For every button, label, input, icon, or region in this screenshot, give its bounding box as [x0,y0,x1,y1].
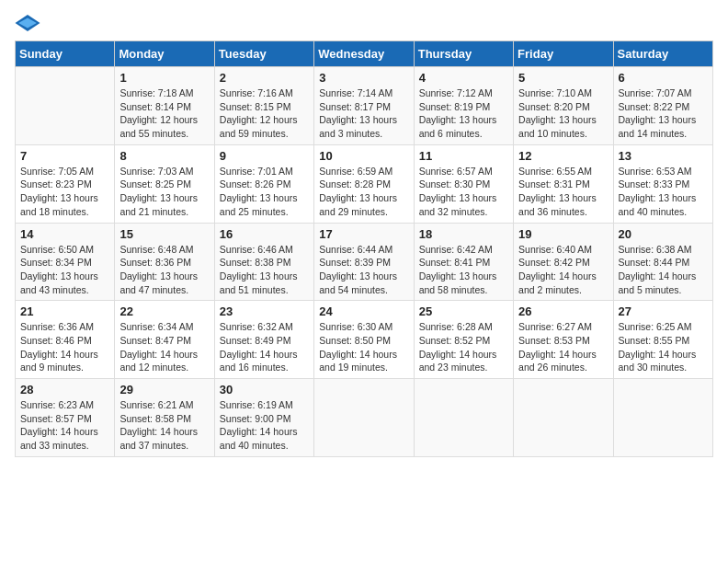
day-number: 29 [119,383,209,396]
header-monday: Monday [115,41,214,67]
calendar-cell: 1Sunrise: 7:18 AMSunset: 8:14 PMDaylight… [115,67,214,145]
day-number: 24 [319,304,408,318]
header-saturday: Saturday [613,41,712,67]
day-detail: Sunrise: 6:53 AMSunset: 8:33 PMDaylight:… [619,165,708,219]
calendar-header-row: SundayMondayTuesdayWednesdayThursdayFrid… [16,41,713,67]
day-detail: Sunrise: 6:23 AMSunset: 8:57 PMDaylight:… [20,398,109,453]
day-detail: Sunrise: 6:40 AMSunset: 8:42 PMDaylight:… [518,243,608,297]
header-thursday: Thursday [414,41,513,67]
calendar-cell: 27Sunrise: 6:25 AMSunset: 8:55 PMDayligh… [613,301,712,379]
day-detail: Sunrise: 7:14 AMSunset: 8:17 PMDaylight:… [319,86,408,141]
header-friday: Friday [514,41,613,67]
day-detail: Sunrise: 7:03 AMSunset: 8:25 PMDaylight:… [119,165,209,219]
day-detail: Sunrise: 6:27 AMSunset: 8:53 PMDaylight:… [518,320,608,374]
calendar-cell: 30Sunrise: 6:19 AMSunset: 9:00 PMDayligh… [214,379,313,457]
day-number: 27 [619,304,708,318]
day-number: 3 [319,71,408,85]
calendar-week-4: 28Sunrise: 6:23 AMSunset: 8:57 PMDayligh… [16,379,713,457]
calendar-cell [414,379,513,457]
page-header [15,15,713,31]
day-number: 1 [119,71,209,85]
calendar-cell: 20Sunrise: 6:38 AMSunset: 8:44 PMDayligh… [613,223,712,301]
calendar-cell [514,379,613,457]
calendar-cell: 25Sunrise: 6:28 AMSunset: 8:52 PMDayligh… [414,301,513,379]
calendar-cell: 14Sunrise: 6:50 AMSunset: 8:34 PMDayligh… [16,223,115,301]
calendar-cell: 5Sunrise: 7:10 AMSunset: 8:20 PMDaylight… [514,67,613,145]
day-detail: Sunrise: 7:10 AMSunset: 8:20 PMDaylight:… [518,86,608,141]
day-detail: Sunrise: 6:34 AMSunset: 8:47 PMDaylight:… [119,320,209,374]
day-number: 19 [518,227,608,241]
day-number: 16 [220,227,309,241]
calendar-cell [613,379,712,457]
calendar-cell: 21Sunrise: 6:36 AMSunset: 8:46 PMDayligh… [16,301,115,379]
calendar-cell: 10Sunrise: 6:59 AMSunset: 8:28 PMDayligh… [314,144,414,223]
calendar-week-3: 21Sunrise: 6:36 AMSunset: 8:46 PMDayligh… [16,301,713,379]
calendar-cell [16,67,115,145]
calendar-cell: 28Sunrise: 6:23 AMSunset: 8:57 PMDayligh… [16,379,115,457]
day-detail: Sunrise: 6:19 AMSunset: 9:00 PMDaylight:… [220,398,309,453]
calendar-cell: 12Sunrise: 6:55 AMSunset: 8:31 PMDayligh… [514,144,613,223]
calendar-cell [314,379,414,457]
calendar-cell: 9Sunrise: 7:01 AMSunset: 8:26 PMDaylight… [214,144,313,223]
header-sunday: Sunday [16,41,115,67]
day-detail: Sunrise: 7:16 AMSunset: 8:15 PMDaylight:… [220,86,309,141]
calendar-cell: 22Sunrise: 6:34 AMSunset: 8:47 PMDayligh… [115,301,214,379]
calendar-cell: 26Sunrise: 6:27 AMSunset: 8:53 PMDayligh… [514,301,613,379]
day-number: 13 [619,149,708,163]
day-detail: Sunrise: 6:55 AMSunset: 8:31 PMDaylight:… [518,165,608,219]
day-number: 10 [319,149,408,163]
day-number: 26 [518,304,608,318]
day-number: 6 [619,71,708,85]
calendar-week-0: 1Sunrise: 7:18 AMSunset: 8:14 PMDaylight… [16,67,713,145]
day-number: 20 [619,227,708,241]
calendar-cell: 3Sunrise: 7:14 AMSunset: 8:17 PMDaylight… [314,67,414,145]
calendar-cell: 11Sunrise: 6:57 AMSunset: 8:30 PMDayligh… [414,144,513,223]
day-number: 2 [220,71,309,85]
day-number: 28 [20,383,109,396]
day-number: 22 [119,304,209,318]
calendar-cell: 6Sunrise: 7:07 AMSunset: 8:22 PMDaylight… [613,67,712,145]
day-detail: Sunrise: 6:30 AMSunset: 8:50 PMDaylight:… [319,320,408,374]
calendar-cell: 19Sunrise: 6:40 AMSunset: 8:42 PMDayligh… [514,223,613,301]
day-detail: Sunrise: 7:05 AMSunset: 8:23 PMDaylight:… [20,165,109,219]
day-number: 8 [119,149,209,163]
calendar-week-1: 7Sunrise: 7:05 AMSunset: 8:23 PMDaylight… [16,144,713,223]
day-number: 15 [119,227,209,241]
calendar-table: SundayMondayTuesdayWednesdayThursdayFrid… [15,40,713,457]
day-detail: Sunrise: 6:48 AMSunset: 8:36 PMDaylight:… [119,243,209,297]
day-detail: Sunrise: 6:46 AMSunset: 8:38 PMDaylight:… [220,243,309,297]
day-detail: Sunrise: 7:12 AMSunset: 8:19 PMDaylight:… [419,86,508,141]
calendar-cell: 24Sunrise: 6:30 AMSunset: 8:50 PMDayligh… [314,301,414,379]
day-detail: Sunrise: 6:38 AMSunset: 8:44 PMDaylight:… [619,243,708,297]
day-number: 5 [518,71,608,85]
day-detail: Sunrise: 6:42 AMSunset: 8:41 PMDaylight:… [419,243,508,297]
day-number: 11 [419,149,508,163]
calendar-cell: 18Sunrise: 6:42 AMSunset: 8:41 PMDayligh… [414,223,513,301]
day-number: 9 [220,149,309,163]
calendar-cell: 8Sunrise: 7:03 AMSunset: 8:25 PMDaylight… [115,144,214,223]
day-detail: Sunrise: 6:59 AMSunset: 8:28 PMDaylight:… [319,165,408,219]
calendar-cell: 2Sunrise: 7:16 AMSunset: 8:15 PMDaylight… [214,67,313,145]
day-detail: Sunrise: 6:32 AMSunset: 8:49 PMDaylight:… [220,320,309,374]
calendar-cell: 29Sunrise: 6:21 AMSunset: 8:58 PMDayligh… [115,379,214,457]
calendar-cell: 4Sunrise: 7:12 AMSunset: 8:19 PMDaylight… [414,67,513,145]
calendar-cell: 7Sunrise: 7:05 AMSunset: 8:23 PMDaylight… [16,144,115,223]
day-number: 7 [20,149,109,163]
header-wednesday: Wednesday [314,41,414,67]
calendar-cell: 15Sunrise: 6:48 AMSunset: 8:36 PMDayligh… [115,223,214,301]
day-detail: Sunrise: 6:50 AMSunset: 8:34 PMDaylight:… [20,243,109,297]
day-detail: Sunrise: 6:36 AMSunset: 8:46 PMDaylight:… [20,320,109,374]
calendar-week-2: 14Sunrise: 6:50 AMSunset: 8:34 PMDayligh… [16,223,713,301]
calendar-cell: 16Sunrise: 6:46 AMSunset: 8:38 PMDayligh… [214,223,313,301]
day-number: 30 [220,383,309,396]
day-number: 14 [20,227,109,241]
calendar-cell: 13Sunrise: 6:53 AMSunset: 8:33 PMDayligh… [613,144,712,223]
day-number: 23 [220,304,309,318]
header-tuesday: Tuesday [214,41,313,67]
day-number: 4 [419,71,508,85]
day-detail: Sunrise: 6:28 AMSunset: 8:52 PMDaylight:… [419,320,508,374]
day-detail: Sunrise: 7:07 AMSunset: 8:22 PMDaylight:… [619,86,708,141]
logo-icon [15,15,40,31]
day-detail: Sunrise: 6:25 AMSunset: 8:55 PMDaylight:… [619,320,708,374]
calendar-cell: 23Sunrise: 6:32 AMSunset: 8:49 PMDayligh… [214,301,313,379]
